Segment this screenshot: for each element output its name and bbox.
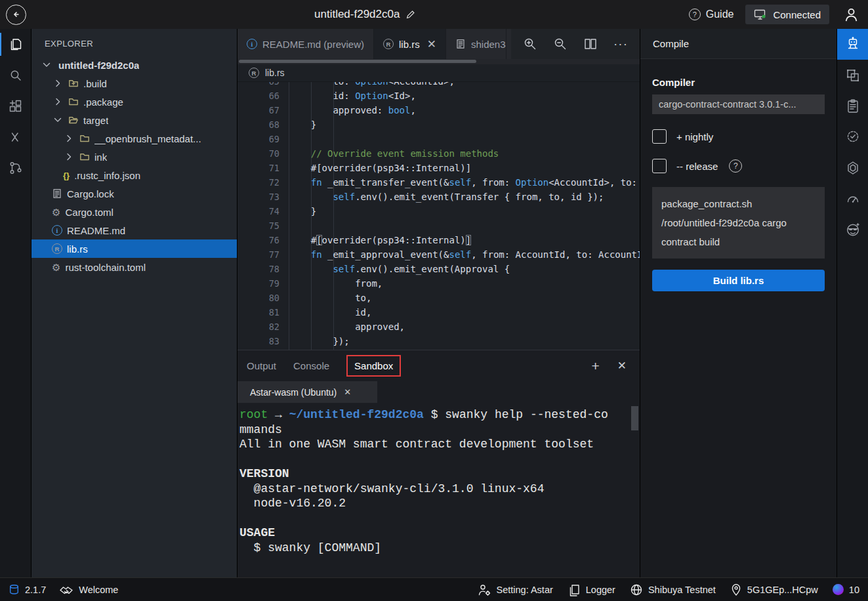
release-checkbox[interactable] (652, 159, 667, 173)
activity-item-cool-face[interactable] (837, 214, 868, 245)
status-item-5g1gep-hcpw[interactable]: 5G1GEp...HCpw (730, 583, 818, 596)
terminal-output[interactable]: root → ~/untitled-f29d2c0a $ swanky help… (238, 403, 640, 577)
panel-tab-console[interactable]: Console (293, 360, 329, 371)
line-number: 76 (238, 235, 279, 245)
terminal-line: mmands (239, 423, 624, 438)
tree-item-target[interactable]: target (31, 111, 237, 129)
activity-item-robot[interactable] (837, 29, 868, 60)
status-item-shibuya-testnet[interactable]: Shibuya Testnet (630, 583, 716, 596)
compile-panel-header: Compile (640, 29, 837, 59)
tab-lib-rs[interactable]: Rlib.rs✕ (374, 29, 446, 59)
person-gear-icon (477, 583, 491, 596)
database-icon (9, 584, 20, 595)
tree-item-lib-rs[interactable]: Rlib.rs (31, 239, 237, 258)
activity-bar-left (0, 29, 31, 577)
chevron-down-icon (41, 60, 52, 70)
panel-tab-sandbox[interactable]: Sandbox (346, 355, 401, 377)
guide-button[interactable]: ? Guide (689, 9, 734, 20)
tree-item-untitled-f29d2c0a[interactable]: untitled-f29d2c0a (31, 56, 237, 74)
code-line-77: 77 fn _emit_approval_event(&self, from: … (238, 247, 640, 262)
line-number: 75 (238, 220, 279, 231)
code-line-82: 82 approved, (238, 320, 640, 334)
close-tab-icon[interactable]: ✕ (427, 37, 436, 51)
tree-item-build[interactable]: .build (31, 74, 237, 93)
gear-icon: ⚙ (52, 207, 60, 217)
doc-icon (455, 39, 466, 49)
activity-item-clipboard[interactable] (837, 91, 868, 121)
build-button[interactable]: Build lib.rs (652, 270, 825, 291)
panel-tab-output[interactable]: Output (247, 360, 276, 371)
tree-item-rustc-info-json[interactable]: {}.rustc_info.json (31, 166, 237, 184)
activity-item-certificate[interactable] (837, 121, 868, 152)
line-number: 65 (238, 82, 279, 87)
status-item-welcome[interactable]: Welcome (59, 584, 118, 596)
tree-item-cargo-toml[interactable]: ⚙Cargo.toml (31, 203, 237, 221)
terminal-line (239, 511, 624, 526)
edit-title-icon[interactable] (405, 9, 416, 20)
zoom-out-icon[interactable] (553, 37, 568, 51)
status-item-label: Setting: Astar (497, 585, 553, 595)
more-icon[interactable]: ··· (613, 37, 628, 51)
activity-item-gauge[interactable] (837, 183, 868, 214)
clipboard-icon (845, 98, 861, 114)
status-right: Setting: AstarLoggerShibuya Testnet5G1GE… (477, 583, 868, 596)
tree-item-readme-md[interactable]: iREADME.md (31, 221, 237, 239)
tab-readme-md-preview[interactable]: iREADME.md (preview) (238, 29, 374, 59)
chevron-right-icon (63, 152, 75, 162)
terminal-scrollbar[interactable] (631, 406, 638, 430)
tab-scrollbar[interactable] (238, 59, 640, 64)
activity-item-extensions[interactable] (0, 91, 31, 121)
status-item-10[interactable]: 10 (833, 584, 859, 595)
code-line-75: 75 (238, 218, 640, 233)
code-line-73: 73 self.env().emit_event(Transfer { from… (238, 190, 640, 204)
tree-item-label: README.md (67, 225, 125, 236)
close-terminal-icon[interactable]: ✕ (344, 387, 351, 397)
zoom-in-icon[interactable] (523, 37, 537, 51)
code-line-83: 83 }); (238, 334, 640, 348)
rust-icon: R (249, 68, 259, 78)
activity-item-search[interactable] (0, 60, 31, 91)
tree-item-label: .rustc_info.json (74, 170, 140, 181)
user-avatar-icon[interactable] (842, 6, 860, 24)
back-button[interactable] (6, 5, 26, 25)
tab-shiden34[interactable]: shiden34 (446, 29, 506, 59)
split-icon[interactable] (583, 37, 598, 51)
release-help-icon[interactable]: ? (729, 159, 742, 173)
activity-item-frame[interactable] (837, 60, 868, 91)
nightly-checkbox[interactable] (652, 129, 667, 144)
source-control-icon (8, 160, 24, 176)
activity-item-openai[interactable] (837, 152, 868, 183)
status-item-label: 10 (849, 585, 859, 595)
tree-item-openbrush-metadat[interactable]: __openbrush_metadat... (31, 129, 237, 148)
close-panel-icon[interactable]: ✕ (617, 360, 627, 371)
terminal-tab-astar-wasm[interactable]: Astar-wasm (Ubuntu) ✕ (238, 381, 377, 403)
status-item-2-1-7[interactable]: 2.1.7 (9, 584, 46, 595)
line-number: 72 (238, 177, 279, 188)
code-line-67: 67 approved: bool, (238, 103, 640, 117)
activity-item-source-control[interactable] (0, 152, 31, 183)
status-item-logger[interactable]: Logger (568, 583, 615, 596)
activity-item-files[interactable] (0, 29, 31, 60)
code-line-71: 71 #[overrider(psp34::Internal)] (238, 161, 640, 175)
explorer-sidebar: EXPLORER untitled-f29d2c0a.build.package… (31, 29, 238, 577)
tree-item-package[interactable]: .package (31, 93, 237, 111)
editor-group: iREADME.md (preview)Rlib.rs✕shiden34··· … (238, 29, 640, 577)
compiler-select[interactable]: cargo-contract-contract 3.0.1-c... (652, 94, 825, 114)
code-editor[interactable]: 65 to: Option<AccountId>,66 id: Option<I… (238, 82, 640, 350)
activity-item-collapse[interactable] (0, 121, 31, 152)
tree-item-label: lib.rs (67, 243, 88, 255)
tree-item-label: .build (83, 78, 107, 89)
tree-item-rust-toolchain-toml[interactable]: ⚙rust-toolchain.toml (31, 258, 237, 276)
status-item-setting-astar[interactable]: Setting: Astar (477, 583, 553, 596)
info-icon: i (52, 225, 62, 236)
connected-button[interactable]: Connected (745, 5, 829, 24)
new-terminal-icon[interactable]: + (591, 359, 599, 373)
tree-item-ink[interactable]: ink (31, 148, 237, 166)
breadcrumb-file[interactable]: lib.rs (265, 68, 285, 78)
compile-panel: Compile Compiler cargo-contract-contract… (640, 29, 837, 577)
gear-icon: ⚙ (52, 262, 60, 272)
tree-item-cargo-lock[interactable]: Cargo.lock (31, 184, 237, 203)
terminal-line: All in one WASM smart contract developme… (239, 437, 624, 452)
code-line-80: 80 to, (238, 291, 640, 305)
chevron-down-icon (52, 115, 64, 125)
